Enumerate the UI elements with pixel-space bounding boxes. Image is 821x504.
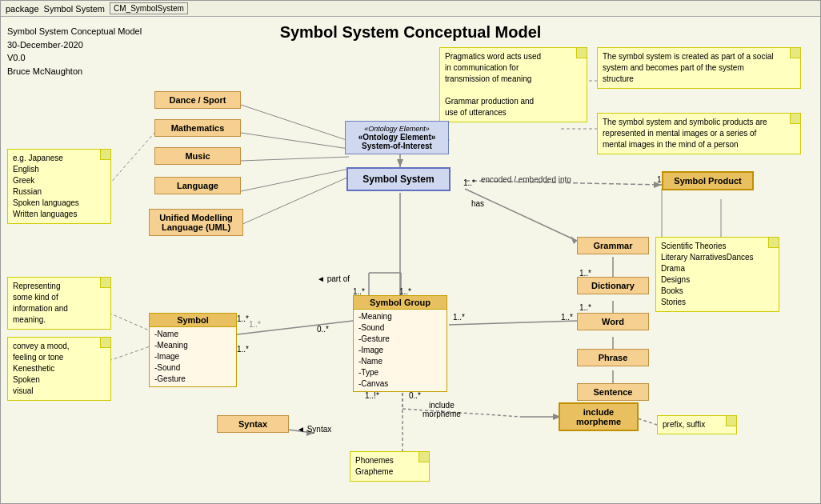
mult-sg3: 1..*: [399, 287, 411, 296]
mult-sym-sg: 1..*: [237, 314, 249, 323]
include-morpheme-mid-label: includemorpheme: [423, 401, 461, 418]
package-keyword: package: [6, 4, 39, 14]
mult-sg-word1: 1..*: [453, 313, 465, 322]
dictionary-box: Dictionary: [577, 277, 649, 294]
svg-line-28: [402, 409, 521, 417]
syntax-arrow-label: ◄ Syntax: [297, 425, 331, 434]
grammar-box: Grammar: [577, 237, 649, 254]
note-prefix: prefix, suffix: [657, 415, 737, 434]
word-box: Word: [577, 313, 649, 330]
mult-sg1: 0..*: [317, 325, 329, 334]
phrase-box: Phrase: [577, 349, 649, 366]
mult-1-right: 1: [657, 175, 662, 184]
symbol-group-body: -Meaning -Sound -Gesture -Image -Name -T…: [354, 310, 447, 391]
header-bar: package Symbol System CM_SymbolSystem: [1, 1, 820, 17]
svg-marker-9: [397, 159, 403, 167]
mult-sg-word2: 1..*: [561, 313, 573, 322]
info-block: Symbol System Conceptual Model 30-Decemb…: [7, 25, 142, 78]
symbol-body: -Name -Meaning -Image -Sound -Gesture: [150, 327, 236, 386]
svg-line-5: [109, 133, 154, 185]
music-box: Music: [154, 147, 241, 165]
svg-line-3: [241, 169, 349, 191]
svg-line-6: [109, 313, 154, 333]
mult-dict2: 1..*: [579, 303, 591, 312]
mult-sym-sg2: 1..*: [237, 345, 249, 354]
svg-line-1: [241, 133, 349, 149]
svg-marker-14: [571, 236, 577, 244]
encoded-label: encoded / embedded into: [481, 175, 571, 184]
svg-line-0: [241, 105, 349, 141]
package-name: Symbol System: [44, 4, 105, 14]
svg-line-7: [109, 345, 154, 361]
mult-sg2: 1..*: [353, 287, 365, 296]
symbol-system-box: Symbol System: [346, 167, 451, 191]
svg-line-4: [241, 177, 349, 225]
note-examples: e.g. Japanese English Greek Russian Spok…: [7, 149, 111, 224]
has-label: has: [471, 199, 484, 208]
svg-line-13: [465, 189, 577, 241]
mult-dict: 1..*: [579, 269, 591, 278]
svg-line-2: [241, 157, 349, 161]
note-scientific: Scientific Theories Literary NarrativesD…: [655, 237, 779, 312]
note-phonemes: Phonemes Grapheme: [350, 451, 430, 482]
svg-text:1..*: 1..*: [249, 320, 261, 329]
symbol-group-uml-box: Symbol Group -Meaning -Sound -Gesture -I…: [353, 295, 447, 392]
note-mental: The symbol system and symbolic products …: [597, 113, 801, 154]
svg-line-21: [449, 321, 577, 325]
symbol-product-box: Symbol Product: [662, 171, 754, 190]
symbol-uml-box: Symbol -Name -Meaning -Image -Sound -Ges…: [149, 313, 237, 387]
note-social: The symbol system is created as part of …: [597, 47, 801, 89]
sentence-box: Sentence: [577, 383, 649, 401]
mult-sg-bottom1: 1..!*: [365, 391, 379, 400]
language-box: Language: [154, 177, 241, 194]
cm-label: CM_SymbolSystem: [110, 2, 188, 14]
mult-sg-bottom2: 0..*: [409, 391, 421, 400]
note-convey: convey a mood, feeling or tone Kenesthet…: [7, 337, 111, 401]
svg-line-19: [217, 321, 353, 337]
uml-box-el: Unified Modelling Language (UML): [149, 209, 243, 236]
symbol-header: Symbol: [150, 314, 236, 327]
system-of-interest-box: «Ontology Element» «Ontology Element» Sy…: [345, 121, 449, 154]
mathematics-box: Mathematics: [154, 119, 241, 137]
include-morpheme-box: include morpheme: [559, 402, 639, 431]
part-of-label: ◄ part of: [317, 274, 350, 283]
mult-1star-left: 1..*: [463, 178, 475, 187]
syntax-box: Syntax: [217, 415, 289, 433]
note-representing: Representing some kind of information an…: [7, 277, 111, 330]
symbol-group-header: Symbol Group: [354, 296, 447, 310]
dance-sport-box: Dance / Sport: [154, 91, 241, 109]
note-pragmatics: Pragmatics word acts used in communicati…: [439, 47, 587, 122]
